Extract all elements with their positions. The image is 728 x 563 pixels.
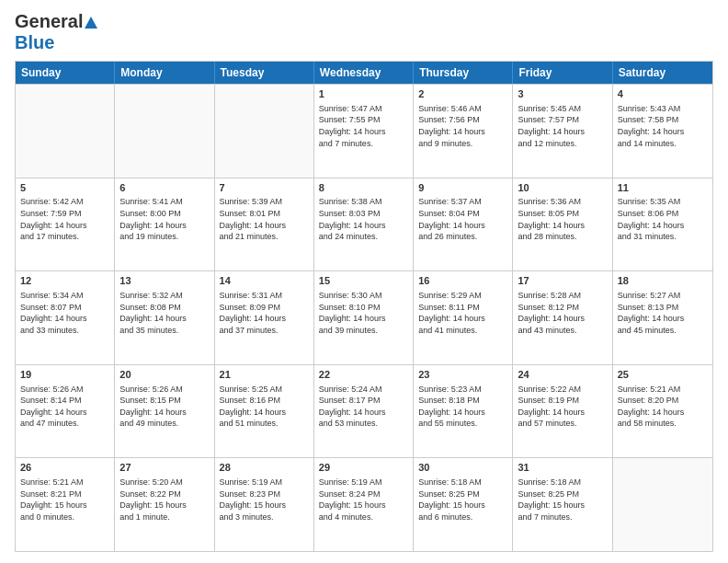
- day-number: 11: [618, 181, 708, 195]
- day-number: 16: [418, 274, 507, 288]
- day-info: Sunrise: 5:43 AMSunset: 7:58 PMDaylight:…: [618, 103, 708, 149]
- day-cell-23: 23Sunrise: 5:23 AMSunset: 8:18 PMDayligh…: [414, 365, 513, 458]
- day-info: Sunrise: 5:47 AMSunset: 7:55 PMDaylight:…: [319, 103, 408, 149]
- day-cell-21: 21Sunrise: 5:25 AMSunset: 8:16 PMDayligh…: [215, 365, 314, 458]
- day-number: 27: [119, 461, 209, 475]
- day-number: 30: [418, 461, 507, 475]
- day-info: Sunrise: 5:18 AMSunset: 8:25 PMDaylight:…: [518, 477, 607, 523]
- day-header-wednesday: Wednesday: [314, 62, 414, 84]
- day-info: Sunrise: 5:39 AMSunset: 8:01 PMDaylight:…: [220, 196, 309, 242]
- day-number: 28: [220, 461, 309, 475]
- day-cell-empty: [613, 458, 712, 551]
- day-number: 12: [20, 274, 109, 288]
- day-number: 13: [119, 274, 209, 288]
- day-cell-9: 9Sunrise: 5:37 AMSunset: 8:04 PMDaylight…: [414, 178, 513, 271]
- day-cell-13: 13Sunrise: 5:32 AMSunset: 8:08 PMDayligh…: [115, 271, 214, 364]
- day-cell-7: 7Sunrise: 5:39 AMSunset: 8:01 PMDaylight…: [215, 178, 314, 271]
- day-number: 19: [20, 368, 109, 382]
- day-info: Sunrise: 5:42 AMSunset: 7:59 PMDaylight:…: [20, 196, 109, 242]
- day-info: Sunrise: 5:28 AMSunset: 8:12 PMDaylight:…: [518, 290, 607, 336]
- day-cell-10: 10Sunrise: 5:36 AMSunset: 8:05 PMDayligh…: [513, 178, 612, 271]
- day-number: 5: [20, 181, 109, 195]
- day-number: 2: [418, 87, 507, 101]
- day-info: Sunrise: 5:22 AMSunset: 8:19 PMDaylight:…: [518, 384, 607, 430]
- day-number: 24: [518, 368, 607, 382]
- day-cell-4: 4Sunrise: 5:43 AMSunset: 7:58 PMDaylight…: [613, 85, 712, 178]
- header: General Blue: [15, 11, 713, 53]
- day-number: 26: [20, 461, 109, 475]
- calendar: SundayMondayTuesdayWednesdayThursdayFrid…: [15, 61, 713, 552]
- week-row-3: 12Sunrise: 5:34 AMSunset: 8:07 PMDayligh…: [16, 270, 712, 364]
- day-cell-empty: [215, 85, 314, 178]
- day-cell-19: 19Sunrise: 5:26 AMSunset: 8:14 PMDayligh…: [16, 365, 115, 458]
- day-info: Sunrise: 5:41 AMSunset: 8:00 PMDaylight:…: [119, 196, 209, 242]
- week-row-5: 26Sunrise: 5:21 AMSunset: 8:21 PMDayligh…: [16, 457, 712, 551]
- day-number: 14: [220, 274, 309, 288]
- day-number: 18: [618, 274, 708, 288]
- day-info: Sunrise: 5:29 AMSunset: 8:11 PMDaylight:…: [418, 290, 507, 336]
- day-info: Sunrise: 5:21 AMSunset: 8:20 PMDaylight:…: [618, 384, 708, 430]
- day-header-tuesday: Tuesday: [215, 62, 314, 84]
- day-cell-6: 6Sunrise: 5:41 AMSunset: 8:00 PMDaylight…: [115, 178, 214, 271]
- day-header-monday: Monday: [115, 62, 214, 84]
- day-number: 23: [418, 368, 507, 382]
- day-info: Sunrise: 5:35 AMSunset: 8:06 PMDaylight:…: [618, 196, 708, 242]
- day-cell-3: 3Sunrise: 5:45 AMSunset: 7:57 PMDaylight…: [513, 85, 612, 178]
- day-number: 6: [119, 181, 209, 195]
- day-cell-empty: [16, 85, 115, 178]
- day-cell-24: 24Sunrise: 5:22 AMSunset: 8:19 PMDayligh…: [513, 365, 612, 458]
- day-info: Sunrise: 5:34 AMSunset: 8:07 PMDaylight:…: [20, 290, 109, 336]
- day-header-friday: Friday: [513, 62, 612, 84]
- day-number: 22: [319, 368, 408, 382]
- day-number: 25: [618, 368, 708, 382]
- day-info: Sunrise: 5:25 AMSunset: 8:16 PMDaylight:…: [220, 384, 309, 430]
- calendar-header: SundayMondayTuesdayWednesdayThursdayFrid…: [16, 62, 712, 84]
- day-cell-11: 11Sunrise: 5:35 AMSunset: 8:06 PMDayligh…: [613, 178, 712, 271]
- day-header-sunday: Sunday: [16, 62, 115, 84]
- day-cell-1: 1Sunrise: 5:47 AMSunset: 7:55 PMDaylight…: [314, 85, 414, 178]
- day-cell-12: 12Sunrise: 5:34 AMSunset: 8:07 PMDayligh…: [16, 271, 115, 364]
- day-info: Sunrise: 5:19 AMSunset: 8:23 PMDaylight:…: [220, 477, 309, 523]
- day-cell-30: 30Sunrise: 5:18 AMSunset: 8:25 PMDayligh…: [414, 458, 513, 551]
- day-number: 29: [319, 461, 408, 475]
- day-number: 21: [220, 368, 309, 382]
- day-info: Sunrise: 5:24 AMSunset: 8:17 PMDaylight:…: [319, 384, 408, 430]
- day-info: Sunrise: 5:32 AMSunset: 8:08 PMDaylight:…: [119, 290, 209, 336]
- day-info: Sunrise: 5:26 AMSunset: 8:14 PMDaylight:…: [20, 384, 109, 430]
- day-cell-26: 26Sunrise: 5:21 AMSunset: 8:21 PMDayligh…: [16, 458, 115, 551]
- day-info: Sunrise: 5:19 AMSunset: 8:24 PMDaylight:…: [319, 477, 408, 523]
- day-info: Sunrise: 5:38 AMSunset: 8:03 PMDaylight:…: [319, 196, 408, 242]
- day-cell-5: 5Sunrise: 5:42 AMSunset: 7:59 PMDaylight…: [16, 178, 115, 271]
- day-cell-28: 28Sunrise: 5:19 AMSunset: 8:23 PMDayligh…: [215, 458, 314, 551]
- day-cell-17: 17Sunrise: 5:28 AMSunset: 8:12 PMDayligh…: [513, 271, 612, 364]
- day-number: 10: [518, 181, 607, 195]
- day-cell-18: 18Sunrise: 5:27 AMSunset: 8:13 PMDayligh…: [613, 271, 712, 364]
- day-info: Sunrise: 5:20 AMSunset: 8:22 PMDaylight:…: [119, 477, 209, 523]
- week-row-2: 5Sunrise: 5:42 AMSunset: 7:59 PMDaylight…: [16, 178, 712, 271]
- day-cell-15: 15Sunrise: 5:30 AMSunset: 8:10 PMDayligh…: [314, 271, 414, 364]
- week-row-1: 1Sunrise: 5:47 AMSunset: 7:55 PMDaylight…: [16, 84, 712, 178]
- day-info: Sunrise: 5:21 AMSunset: 8:21 PMDaylight:…: [20, 477, 109, 523]
- page: General Blue SundayMondayTuesdayWednesda…: [0, 0, 728, 563]
- day-number: 3: [518, 87, 607, 101]
- day-number: 17: [518, 274, 607, 288]
- day-info: Sunrise: 5:30 AMSunset: 8:10 PMDaylight:…: [319, 290, 408, 336]
- day-info: Sunrise: 5:23 AMSunset: 8:18 PMDaylight:…: [418, 384, 507, 430]
- day-info: Sunrise: 5:37 AMSunset: 8:04 PMDaylight:…: [418, 196, 507, 242]
- day-info: Sunrise: 5:36 AMSunset: 8:05 PMDaylight:…: [518, 196, 607, 242]
- day-cell-8: 8Sunrise: 5:38 AMSunset: 8:03 PMDaylight…: [314, 178, 414, 271]
- logo: General Blue: [15, 11, 97, 53]
- day-cell-22: 22Sunrise: 5:24 AMSunset: 8:17 PMDayligh…: [314, 365, 414, 458]
- day-cell-2: 2Sunrise: 5:46 AMSunset: 7:56 PMDaylight…: [414, 85, 513, 178]
- day-cell-27: 27Sunrise: 5:20 AMSunset: 8:22 PMDayligh…: [115, 458, 214, 551]
- day-cell-25: 25Sunrise: 5:21 AMSunset: 8:20 PMDayligh…: [613, 365, 712, 458]
- day-number: 20: [119, 368, 209, 382]
- day-header-saturday: Saturday: [613, 62, 712, 84]
- day-cell-31: 31Sunrise: 5:18 AMSunset: 8:25 PMDayligh…: [513, 458, 612, 551]
- day-number: 1: [319, 87, 408, 101]
- logo-triangle-icon: [85, 17, 97, 29]
- day-number: 15: [319, 274, 408, 288]
- day-cell-29: 29Sunrise: 5:19 AMSunset: 8:24 PMDayligh…: [314, 458, 414, 551]
- day-number: 31: [518, 461, 607, 475]
- day-cell-20: 20Sunrise: 5:26 AMSunset: 8:15 PMDayligh…: [115, 365, 214, 458]
